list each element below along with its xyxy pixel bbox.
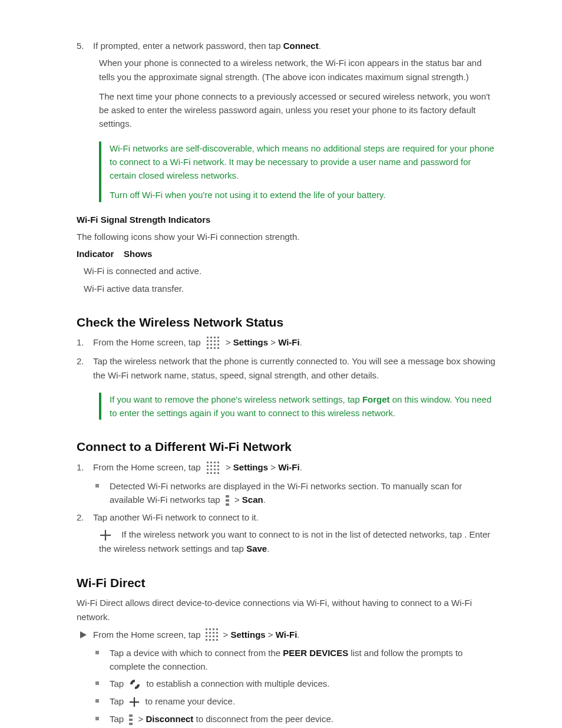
svg-rect-10 (214, 344, 216, 345)
svg-rect-44 (213, 632, 214, 634)
svg-rect-49 (216, 635, 218, 637)
bullet-text: Tap to establish a connection with multi… (110, 677, 497, 691)
plus-icon (99, 529, 112, 542)
svg-rect-8 (207, 344, 209, 345)
svg-rect-16 (207, 462, 209, 463)
svg-rect-51 (209, 639, 211, 641)
wifi-direct-intro: Wi-Fi Direct allows direct device-to-dev… (77, 596, 497, 624)
svg-rect-38 (206, 628, 207, 630)
svg-rect-0 (207, 337, 209, 338)
step-number: 1. (77, 460, 93, 474)
svg-rect-29 (210, 472, 212, 474)
svg-rect-39 (209, 628, 211, 630)
svg-rect-34 (226, 503, 229, 506)
apps-grid-icon (204, 627, 220, 643)
step-number: 5. (77, 39, 93, 52)
sync-icon (128, 678, 141, 691)
tip-remember-2: Turn off Wi-Fi when you're not using it … (110, 188, 497, 202)
step-text: Tap another Wi-Fi network to connect to … (93, 510, 497, 524)
overflow-menu-icon (225, 494, 230, 507)
svg-rect-18 (214, 462, 216, 463)
bullet-text: Detected Wi-Fi networks are displayed in… (110, 479, 497, 507)
svg-rect-3 (217, 337, 219, 338)
svg-rect-47 (209, 635, 211, 637)
indicator-wifi-transfer: Wi-Fi active data transfer. (84, 282, 497, 295)
apps-grid-icon (206, 460, 221, 476)
step-text: Tap the wireless network that the phone … (93, 354, 497, 382)
svg-rect-31 (217, 472, 219, 474)
head-text: > Settings > Wi-Fi. (223, 628, 300, 641)
indicators-heading: Wi-Fi Signal Strength Indicators (77, 215, 210, 225)
svg-rect-13 (210, 347, 212, 349)
connected-note: When your phone is connected to a wirele… (99, 56, 497, 84)
svg-rect-19 (217, 462, 219, 463)
svg-rect-56 (129, 714, 133, 717)
svg-rect-48 (213, 635, 214, 637)
section-check-status: Check the Wireless Network Status (77, 313, 497, 332)
play-triangle-icon (79, 631, 87, 639)
bullet-text: Tap to rename your device. (110, 694, 497, 708)
bullet-icon (95, 651, 99, 654)
head-text: From the Home screen, tap (93, 628, 201, 641)
step-text: If prompted, enter a network password, t… (93, 39, 497, 52)
svg-rect-28 (207, 472, 209, 474)
section-wifi-direct: Wi-Fi Direct (77, 574, 497, 593)
col-indicator: Indicator (77, 249, 114, 259)
step-number: 2. (77, 510, 93, 524)
svg-rect-50 (206, 639, 207, 641)
svg-rect-27 (217, 469, 219, 470)
step-number: 1. (77, 335, 93, 349)
svg-rect-46 (206, 635, 207, 637)
svg-rect-23 (217, 465, 219, 467)
svg-rect-40 (213, 628, 214, 630)
svg-rect-41 (216, 628, 218, 630)
svg-rect-45 (216, 632, 218, 634)
tip-remember-1: Wi-Fi networks are self-discoverable, wh… (110, 141, 497, 183)
bullet-icon (95, 699, 99, 703)
svg-rect-57 (129, 719, 133, 721)
svg-rect-25 (210, 469, 212, 470)
svg-rect-21 (210, 465, 212, 467)
svg-rect-2 (214, 337, 216, 338)
apps-grid-icon (206, 335, 221, 351)
section-connect-different: Connect to a Different Wi-Fi Network (77, 437, 497, 457)
col-shows: Shows (124, 249, 152, 259)
bullet-icon (95, 681, 99, 685)
svg-marker-37 (80, 631, 87, 638)
svg-rect-20 (207, 465, 209, 467)
svg-rect-24 (207, 469, 209, 470)
tip-bar (99, 393, 101, 420)
svg-rect-52 (213, 639, 214, 641)
svg-rect-53 (216, 639, 218, 641)
note-add-network: If the wireless network you want to conn… (99, 529, 490, 554)
bullet-icon (95, 717, 99, 720)
svg-rect-5 (210, 340, 212, 342)
bullet-text: Tap a device with which to connect from … (110, 646, 497, 674)
bullet-text: Tap > Disconnect to disconnect from the … (110, 712, 497, 726)
svg-rect-14 (214, 347, 216, 349)
svg-rect-58 (129, 723, 133, 725)
step-number: 2. (77, 354, 93, 368)
svg-rect-12 (207, 347, 209, 349)
svg-rect-42 (206, 632, 207, 634)
next-time-note: The next time your phone connects to a p… (99, 90, 497, 131)
tip-bar (99, 141, 101, 202)
bullet-icon (95, 484, 99, 487)
svg-rect-22 (214, 465, 216, 467)
overflow-menu-icon (128, 713, 133, 726)
svg-rect-1 (210, 337, 212, 338)
indicators-intro: The following icons show your Wi-Fi conn… (77, 230, 497, 243)
svg-rect-32 (226, 495, 229, 498)
indicator-wifi-connected: Wi-Fi is connected and active. (84, 264, 497, 278)
svg-rect-30 (214, 472, 216, 474)
svg-rect-15 (217, 347, 219, 349)
svg-rect-4 (207, 340, 209, 342)
svg-rect-9 (210, 344, 212, 345)
svg-rect-43 (209, 632, 211, 634)
step-text: From the Home screen, tap > Settings > W… (93, 335, 497, 351)
svg-rect-17 (210, 462, 212, 463)
svg-rect-6 (214, 340, 216, 342)
svg-rect-7 (217, 340, 219, 342)
plus-icon (128, 696, 140, 708)
svg-rect-11 (217, 344, 219, 345)
